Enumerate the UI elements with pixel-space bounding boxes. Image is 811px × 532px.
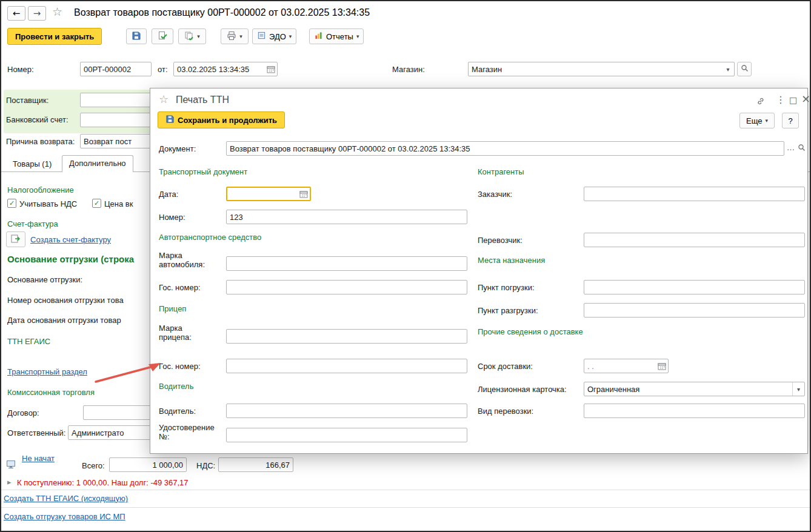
price-includes-vat-checkbox[interactable]: ✓: [92, 199, 101, 208]
create-invoice-link[interactable]: Создать счет-фактуру: [30, 235, 111, 245]
print-button[interactable]: ▾: [221, 28, 249, 44]
create-ttn-link[interactable]: Создать ТТН ЕГАИС (исходящую): [4, 494, 128, 504]
transport-doc-title: Транспортный документ: [159, 167, 247, 177]
transport-number-label: Номер:: [159, 213, 185, 222]
create-based-on-button[interactable]: ▾: [178, 28, 206, 44]
help-button[interactable]: ?: [782, 113, 799, 128]
document-label: Документ:: [159, 144, 196, 154]
post-button[interactable]: [152, 28, 173, 44]
transport-date-input-field[interactable]: [227, 188, 298, 200]
responsible-label: Ответственный:: [7, 428, 65, 438]
chevron-down-icon[interactable]: ▾: [792, 382, 804, 396]
transport-number-input[interactable]: [226, 210, 467, 224]
license-card-input-field[interactable]: [584, 382, 792, 396]
vehicle-number-input[interactable]: [226, 280, 467, 294]
transport-kind-input[interactable]: [584, 404, 805, 418]
calendar-icon[interactable]: [298, 188, 310, 200]
date-input[interactable]: [173, 62, 278, 76]
total-label: Всего:: [82, 461, 105, 471]
favorite-star-icon[interactable]: ☆: [52, 5, 62, 18]
chevron-down-icon[interactable]: ▾: [722, 62, 734, 76]
link-icon[interactable]: [756, 96, 765, 108]
driver-title: Водитель: [159, 382, 193, 391]
debt-warning-text: К поступлению: 1 000,00. Наш долг: -49 3…: [17, 478, 189, 488]
vat-total-label: НДС:: [196, 461, 215, 471]
vehicle-brand-label: Марка автомобиля:: [159, 251, 216, 269]
document-input[interactable]: [226, 141, 784, 156]
create-invoice-button[interactable]: [6, 231, 25, 247]
open-store-button[interactable]: [737, 62, 752, 76]
more-button[interactable]: Еще ▾: [739, 113, 775, 128]
return-reason-label: Причина возврата:: [6, 137, 75, 147]
invoice-title: Счет-фактура: [7, 219, 58, 229]
reports-button[interactable]: Отчеты ▾: [309, 28, 364, 44]
driver-label: Водитель:: [159, 407, 196, 416]
calendar-icon[interactable]: [265, 62, 277, 76]
forward-button[interactable]: →: [28, 6, 46, 21]
loading-point-label: Пункт погрузки:: [478, 283, 535, 293]
ellipsis-choose-button[interactable]: …: [787, 143, 795, 152]
transport-section-link[interactable]: Транспортный раздел: [7, 367, 87, 377]
chevron-down-icon: ▾: [289, 33, 292, 39]
open-document-button[interactable]: [798, 144, 806, 153]
unloading-point-input[interactable]: [584, 303, 805, 318]
driver-license-input[interactable]: [226, 428, 467, 442]
vat-total-input[interactable]: [218, 457, 293, 472]
total-input[interactable]: [109, 457, 187, 472]
expander-icon[interactable]: ▸: [7, 477, 12, 487]
date-input-field[interactable]: [174, 62, 265, 76]
chevron-down-icon: ▾: [765, 118, 768, 124]
trailer-number-input[interactable]: [226, 359, 467, 373]
delivery-term-input[interactable]: [584, 359, 669, 373]
edo-button-label: ЭДО: [269, 32, 286, 41]
customer-input[interactable]: [584, 187, 805, 201]
back-button[interactable]: ←: [7, 6, 25, 21]
counterparties-title: Контрагенты: [478, 167, 524, 177]
tab-goods[interactable]: Товары (1): [6, 156, 58, 172]
supplier-label: Поставщик:: [6, 96, 48, 105]
post-document-icon: [158, 31, 167, 42]
floppy-icon: [132, 31, 141, 42]
menu-dots-icon[interactable]: ⋮: [776, 94, 786, 106]
number-input[interactable]: [80, 62, 152, 76]
license-card-combo[interactable]: ▾: [584, 382, 805, 396]
store-label: Магазин:: [392, 65, 425, 75]
delivery-term-input-field[interactable]: [584, 359, 656, 373]
store-input-field[interactable]: [469, 62, 722, 76]
transport-date-input[interactable]: [226, 187, 311, 201]
edo-button[interactable]: ЭДО ▾: [252, 28, 296, 44]
transport-kind-label: Вид перевозки:: [478, 407, 533, 416]
loading-point-input[interactable]: [584, 280, 805, 294]
edo-icon: [257, 31, 266, 42]
tab-additional[interactable]: Дополнительно: [62, 155, 133, 172]
transport-date-label: Дата:: [159, 190, 178, 199]
save-button[interactable]: [126, 28, 147, 44]
magnifier-icon: [741, 64, 749, 74]
store-combo[interactable]: ▾: [468, 62, 735, 76]
contract-label: Договор:: [7, 408, 39, 418]
reports-button-label: Отчеты: [326, 32, 353, 41]
vehicle-number-label: Гос. номер:: [159, 283, 201, 293]
maximize-icon[interactable]: □: [789, 94, 797, 106]
carrier-input[interactable]: [584, 233, 805, 247]
trailer-brand-input[interactable]: [226, 329, 467, 344]
save-and-continue-button[interactable]: Сохранить и продолжить: [158, 111, 285, 128]
ttn-print-dialog: ☆ Печать ТТН ⋮ □ × Сохранить и продолжит…: [150, 88, 808, 454]
shipment-basis-date-label: Дата основания отгрузки товар: [7, 316, 121, 325]
close-icon[interactable]: ×: [801, 93, 810, 105]
post-and-close-button[interactable]: Провести и закрыть: [7, 28, 102, 45]
create-shipment-link[interactable]: Создать отгрузку товаров ИС МП: [4, 512, 125, 522]
bar-chart-icon: [314, 31, 323, 42]
egais-status-link[interactable]: Не начат: [22, 454, 55, 464]
vehicle-brand-input[interactable]: [226, 256, 467, 271]
vat-checkbox[interactable]: ✓: [7, 199, 16, 208]
carrier-label: Перевозчик:: [478, 236, 522, 245]
chevron-down-icon: ▾: [356, 33, 359, 39]
separator: [1, 507, 810, 508]
egais-monitor-icon: [6, 460, 16, 471]
dialog-favorite-star-icon[interactable]: ☆: [159, 93, 169, 105]
delivery-term-label: Срок доставки:: [478, 362, 533, 371]
document-arrow-icon: [10, 234, 21, 245]
driver-input[interactable]: [226, 404, 467, 418]
calendar-icon[interactable]: [656, 359, 668, 373]
